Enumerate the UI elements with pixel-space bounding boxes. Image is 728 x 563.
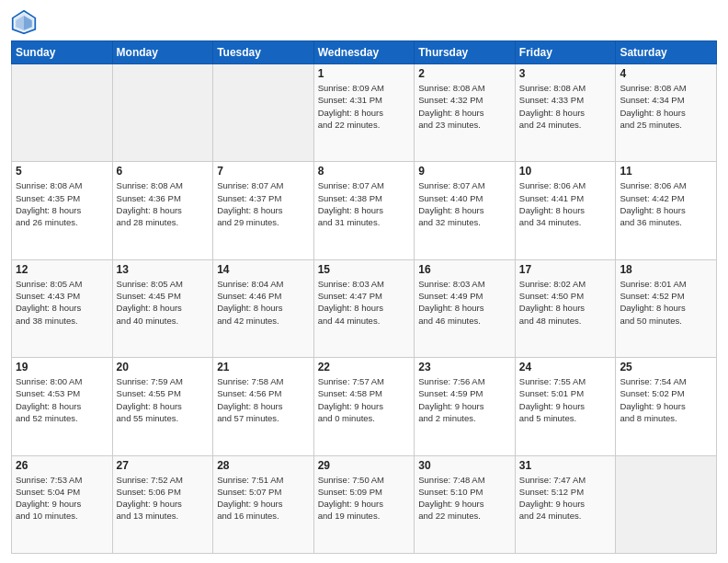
calendar-day-cell: 16Sunrise: 8:03 AM Sunset: 4:49 PM Dayli…: [415, 259, 516, 357]
calendar-day-cell: 9Sunrise: 8:07 AM Sunset: 4:40 PM Daylig…: [415, 162, 516, 259]
day-number: 28: [217, 459, 310, 472]
calendar-day-cell: [12, 64, 113, 162]
calendar-day-cell: 26Sunrise: 7:53 AM Sunset: 5:04 PM Dayli…: [12, 455, 113, 553]
day-number: 11: [620, 165, 712, 178]
day-info: Sunrise: 7:51 AM Sunset: 5:07 PM Dayligh…: [217, 474, 310, 523]
calendar-week-row: 5Sunrise: 8:08 AM Sunset: 4:35 PM Daylig…: [12, 162, 717, 259]
day-number: 1: [318, 67, 411, 80]
calendar-day-cell: 13Sunrise: 8:05 AM Sunset: 4:45 PM Dayli…: [112, 259, 213, 357]
calendar-day-cell: 10Sunrise: 8:06 AM Sunset: 4:41 PM Dayli…: [515, 162, 616, 259]
day-number: 10: [519, 165, 612, 178]
calendar-day-cell: 22Sunrise: 7:57 AM Sunset: 4:58 PM Dayli…: [313, 358, 415, 455]
day-number: 18: [620, 263, 712, 276]
day-number: 15: [318, 263, 411, 276]
calendar-day-cell: [112, 64, 213, 162]
day-info: Sunrise: 7:55 AM Sunset: 5:01 PM Dayligh…: [519, 375, 612, 424]
calendar-day-cell: 14Sunrise: 8:04 AM Sunset: 4:46 PM Dayli…: [213, 259, 314, 357]
day-number: 17: [519, 263, 612, 276]
day-info: Sunrise: 7:57 AM Sunset: 4:58 PM Dayligh…: [318, 375, 411, 424]
day-number: 20: [117, 361, 210, 373]
calendar-day-cell: 17Sunrise: 8:02 AM Sunset: 4:50 PM Dayli…: [515, 259, 616, 357]
day-number: 5: [16, 165, 108, 178]
day-info: Sunrise: 8:02 AM Sunset: 4:50 PM Dayligh…: [519, 278, 612, 327]
day-info: Sunrise: 7:58 AM Sunset: 4:56 PM Dayligh…: [217, 375, 310, 424]
day-of-week-header: Monday: [112, 41, 213, 64]
day-info: Sunrise: 8:08 AM Sunset: 4:34 PM Dayligh…: [620, 82, 712, 131]
day-number: 13: [117, 263, 210, 276]
calendar-day-cell: 27Sunrise: 7:52 AM Sunset: 5:06 PM Dayli…: [112, 455, 213, 553]
day-info: Sunrise: 8:00 AM Sunset: 4:53 PM Dayligh…: [16, 375, 108, 424]
day-info: Sunrise: 8:07 AM Sunset: 4:40 PM Dayligh…: [418, 179, 511, 228]
calendar-day-cell: 2Sunrise: 8:08 AM Sunset: 4:32 PM Daylig…: [415, 64, 516, 162]
day-number: 24: [519, 361, 612, 373]
day-info: Sunrise: 8:09 AM Sunset: 4:31 PM Dayligh…: [318, 82, 411, 131]
day-of-week-header: Thursday: [415, 41, 516, 64]
day-number: 9: [418, 165, 511, 178]
calendar-day-cell: 7Sunrise: 8:07 AM Sunset: 4:37 PM Daylig…: [213, 162, 314, 259]
day-of-week-header: Wednesday: [313, 41, 415, 64]
header: [11, 9, 717, 35]
day-info: Sunrise: 7:50 AM Sunset: 5:09 PM Dayligh…: [318, 474, 411, 523]
calendar-day-cell: 25Sunrise: 7:54 AM Sunset: 5:02 PM Dayli…: [616, 358, 717, 455]
day-number: 21: [217, 361, 310, 373]
day-info: Sunrise: 7:53 AM Sunset: 5:04 PM Dayligh…: [16, 474, 108, 523]
calendar-week-row: 12Sunrise: 8:05 AM Sunset: 4:43 PM Dayli…: [12, 259, 717, 357]
calendar-day-cell: 31Sunrise: 7:47 AM Sunset: 5:12 PM Dayli…: [515, 455, 616, 553]
day-of-week-header: Friday: [515, 41, 616, 64]
calendar-week-row: 26Sunrise: 7:53 AM Sunset: 5:04 PM Dayli…: [12, 455, 717, 553]
day-info: Sunrise: 8:07 AM Sunset: 4:38 PM Dayligh…: [318, 179, 411, 228]
day-number: 31: [519, 459, 612, 472]
calendar-week-row: 19Sunrise: 8:00 AM Sunset: 4:53 PM Dayli…: [12, 358, 717, 455]
day-info: Sunrise: 8:08 AM Sunset: 4:32 PM Dayligh…: [418, 82, 511, 131]
day-number: 22: [318, 361, 411, 373]
calendar-day-cell: 20Sunrise: 7:59 AM Sunset: 4:55 PM Dayli…: [112, 358, 213, 455]
day-number: 16: [418, 263, 511, 276]
day-info: Sunrise: 7:47 AM Sunset: 5:12 PM Dayligh…: [519, 474, 612, 523]
day-number: 19: [16, 361, 108, 373]
day-of-week-header: Sunday: [12, 41, 113, 64]
day-info: Sunrise: 7:56 AM Sunset: 4:59 PM Dayligh…: [418, 375, 511, 424]
calendar-day-cell: 24Sunrise: 7:55 AM Sunset: 5:01 PM Dayli…: [515, 358, 616, 455]
day-number: 23: [418, 361, 511, 373]
calendar-day-cell: 29Sunrise: 7:50 AM Sunset: 5:09 PM Dayli…: [313, 455, 415, 553]
calendar-day-cell: 8Sunrise: 8:07 AM Sunset: 4:38 PM Daylig…: [313, 162, 415, 259]
calendar-day-cell: 11Sunrise: 8:06 AM Sunset: 4:42 PM Dayli…: [616, 162, 717, 259]
calendar-day-cell: 21Sunrise: 7:58 AM Sunset: 4:56 PM Dayli…: [213, 358, 314, 455]
calendar-page: SundayMondayTuesdayWednesdayThursdayFrid…: [0, 0, 728, 563]
day-info: Sunrise: 8:03 AM Sunset: 4:49 PM Dayligh…: [418, 278, 511, 327]
day-info: Sunrise: 8:08 AM Sunset: 4:33 PM Dayligh…: [519, 82, 612, 131]
day-info: Sunrise: 7:59 AM Sunset: 4:55 PM Dayligh…: [117, 375, 210, 424]
calendar-day-cell: 1Sunrise: 8:09 AM Sunset: 4:31 PM Daylig…: [313, 64, 415, 162]
day-number: 12: [16, 263, 108, 276]
day-number: 4: [620, 67, 712, 80]
day-number: 8: [318, 165, 411, 178]
day-number: 6: [117, 165, 210, 178]
calendar-day-cell: 3Sunrise: 8:08 AM Sunset: 4:33 PM Daylig…: [515, 64, 616, 162]
day-info: Sunrise: 8:03 AM Sunset: 4:47 PM Dayligh…: [318, 278, 411, 327]
day-info: Sunrise: 7:52 AM Sunset: 5:06 PM Dayligh…: [117, 474, 210, 523]
day-number: 26: [16, 459, 108, 472]
day-info: Sunrise: 8:08 AM Sunset: 4:36 PM Dayligh…: [117, 179, 210, 228]
calendar-day-cell: 28Sunrise: 7:51 AM Sunset: 5:07 PM Dayli…: [213, 455, 314, 553]
calendar-day-cell: 5Sunrise: 8:08 AM Sunset: 4:35 PM Daylig…: [12, 162, 113, 259]
day-number: 7: [217, 165, 310, 178]
logo: [11, 9, 40, 35]
day-of-week-header: Tuesday: [213, 41, 314, 64]
calendar-day-cell: 23Sunrise: 7:56 AM Sunset: 4:59 PM Dayli…: [415, 358, 516, 455]
day-number: 30: [418, 459, 511, 472]
day-number: 29: [318, 459, 411, 472]
day-info: Sunrise: 7:48 AM Sunset: 5:10 PM Dayligh…: [418, 474, 511, 523]
calendar-day-cell: 18Sunrise: 8:01 AM Sunset: 4:52 PM Dayli…: [616, 259, 717, 357]
calendar-day-cell: 19Sunrise: 8:00 AM Sunset: 4:53 PM Dayli…: [12, 358, 113, 455]
calendar-day-cell: 30Sunrise: 7:48 AM Sunset: 5:10 PM Dayli…: [415, 455, 516, 553]
day-number: 3: [519, 67, 612, 80]
day-info: Sunrise: 8:05 AM Sunset: 4:45 PM Dayligh…: [117, 278, 210, 327]
day-info: Sunrise: 8:04 AM Sunset: 4:46 PM Dayligh…: [217, 278, 310, 327]
calendar-day-cell: 15Sunrise: 8:03 AM Sunset: 4:47 PM Dayli…: [313, 259, 415, 357]
calendar-day-cell: 4Sunrise: 8:08 AM Sunset: 4:34 PM Daylig…: [616, 64, 717, 162]
calendar-day-cell: 6Sunrise: 8:08 AM Sunset: 4:36 PM Daylig…: [112, 162, 213, 259]
day-info: Sunrise: 7:54 AM Sunset: 5:02 PM Dayligh…: [620, 375, 712, 424]
day-info: Sunrise: 8:05 AM Sunset: 4:43 PM Dayligh…: [16, 278, 108, 327]
day-info: Sunrise: 8:06 AM Sunset: 4:42 PM Dayligh…: [620, 179, 712, 228]
day-info: Sunrise: 8:06 AM Sunset: 4:41 PM Dayligh…: [519, 179, 612, 228]
